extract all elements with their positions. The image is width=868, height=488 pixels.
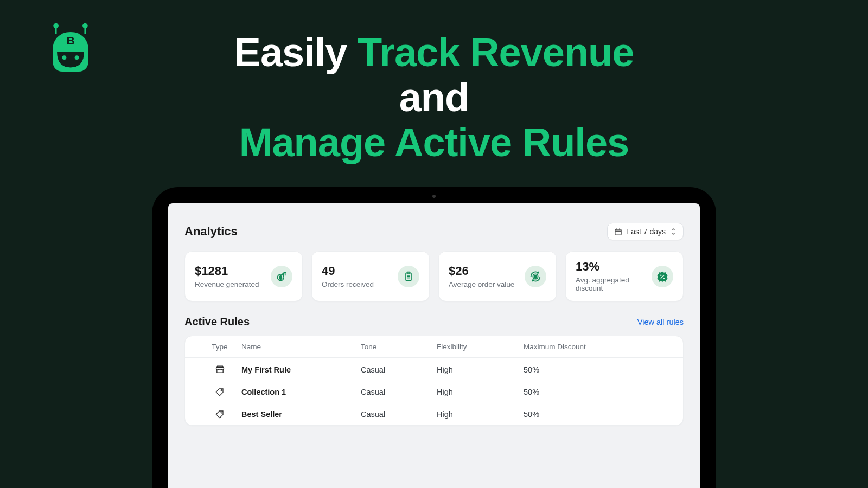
table-header-row: Type Name Tone Flexibility Maximum Disco… [185,336,683,358]
camera-dot [432,195,436,198]
brand-logo: B [44,21,97,73]
app-screen: Analytics Last 7 days $1281 Revenue gene… [168,203,700,488]
heading-text-2: Track Revenue [358,30,634,75]
heading-text-4: Manage Active Rules [239,120,629,165]
col-flex: Flexibility [437,343,524,351]
svg-point-23 [221,412,222,413]
calendar-icon [614,228,622,236]
svg-text:B: B [66,34,74,47]
rule-max: 50% [524,365,670,374]
rule-name: My First Rule [241,365,361,374]
metric-card-discount: 13% Avg. aggregated discount [565,251,684,301]
rule-tone: Casual [361,410,437,419]
rule-flex: High [437,410,524,419]
date-range-label: Last 7 days [627,227,666,236]
metric-value: 49 [322,265,374,278]
store-icon [198,365,241,374]
percent-badge-icon [652,266,673,287]
heading-text-3: and [399,75,469,120]
svg-rect-2 [55,27,57,34]
metric-card-avg-order: $26 Average order value $ [438,251,557,301]
svg-point-6 [75,55,79,60]
rule-flex: High [437,365,524,374]
heading-text-1: Easily [234,30,358,75]
revenue-icon: $ [271,266,292,287]
refresh-dollar-icon: $ [525,266,546,287]
col-name: Name [241,343,361,351]
clipboard-icon [398,266,419,287]
svg-point-22 [221,390,222,391]
rules-table: Type Name Tone Flexibility Maximum Disco… [184,336,684,426]
metric-label: Avg. aggregated discount [576,276,652,292]
rule-name: Collection 1 [241,388,361,396]
metric-label: Orders received [322,280,374,288]
rule-max: 50% [524,388,670,396]
marketing-heading: Easily Track Revenue and Manage Active R… [108,30,760,165]
svg-text:$: $ [534,274,537,279]
table-row[interactable]: My First Rule Casual High 50% [185,358,683,381]
metric-value: $26 [449,265,514,278]
metric-label: Average order value [449,280,514,288]
col-type: Type [198,343,241,351]
table-row[interactable]: Collection 1 Casual High 50% [185,381,683,403]
chevron-up-down-icon [670,228,676,235]
table-row[interactable]: Best Seller Casual High 50% [185,403,683,425]
metric-row: $1281 Revenue generated $ 49 Orders rece… [184,251,684,301]
rule-name: Best Seller [241,410,361,419]
col-max: Maximum Discount [524,343,670,351]
metric-value: $1281 [195,265,259,278]
metric-card-revenue: $1281 Revenue generated $ [184,251,303,301]
analytics-title: Analytics [184,224,238,239]
svg-point-20 [660,274,662,276]
metric-value: 13% [576,260,652,273]
tag-icon [198,410,241,419]
svg-text:$: $ [279,275,282,280]
svg-point-5 [62,55,67,60]
date-range-picker[interactable]: Last 7 days [607,223,684,240]
svg-rect-7 [615,229,621,235]
rule-tone: Casual [361,365,437,374]
svg-point-21 [663,278,665,279]
metric-label: Revenue generated [195,280,259,288]
view-all-rules-link[interactable]: View all rules [637,318,684,326]
rule-tone: Casual [361,388,437,396]
rule-max: 50% [524,410,670,419]
laptop-frame: Analytics Last 7 days $1281 Revenue gene… [152,187,716,488]
tag-icon [198,388,241,396]
rule-flex: High [437,388,524,396]
active-rules-title: Active Rules [184,316,250,328]
col-tone: Tone [361,343,437,351]
svg-rect-3 [84,27,86,34]
metric-card-orders: 49 Orders received [311,251,430,301]
